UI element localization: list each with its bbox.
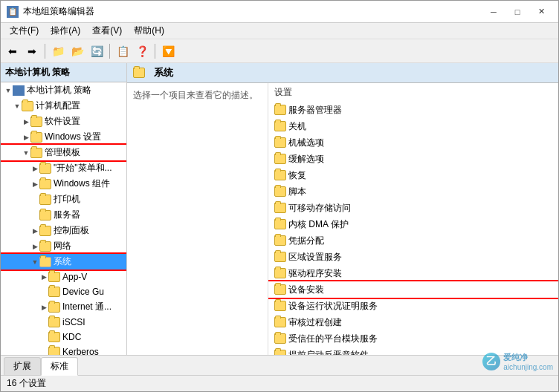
tree-item-internet[interactable]: ▶ Internet 通... <box>1 299 126 315</box>
folder-icon-recovery <box>274 170 286 180</box>
close-button[interactable]: ✕ <box>530 4 552 19</box>
label-regional-services: 区域设置服务 <box>288 251 342 264</box>
up-button[interactable]: 📂 <box>68 42 86 60</box>
item-audit[interactable]: 审核过程创建 <box>268 314 558 330</box>
folder-icon-device-gu <box>48 287 60 297</box>
label-internet: Internet 通... <box>62 301 112 313</box>
tree-item-iscsi[interactable]: ▶ iSCSI <box>1 315 126 330</box>
expander-control-panel[interactable]: ▶ <box>30 226 39 235</box>
folder-icon-network <box>39 241 51 252</box>
expander-system[interactable]: ▼ <box>30 258 39 267</box>
menu-view[interactable]: 查看(V) <box>86 23 128 39</box>
forward-button[interactable]: ➡ <box>23 42 41 60</box>
help-button[interactable]: ❓ <box>133 42 151 60</box>
tree-item-device-gu[interactable]: ▶ Device Gu <box>1 284 126 299</box>
item-driver-install[interactable]: 驱动程序安装 <box>268 265 558 281</box>
tree-content[interactable]: ▼ 本地计算机 策略 ▼ 计算机配置 ▶ 软件设置 <box>1 82 126 355</box>
item-machine-options[interactable]: 机械选项 <box>268 134 558 151</box>
label-kernel-dma: 内核 DMA 保护 <box>288 218 349 231</box>
tree-item-kdc[interactable]: ▶ KDC <box>1 330 126 344</box>
tree-item-local-policy[interactable]: ▼ 本地计算机 策略 <box>1 82 126 98</box>
item-regional-services[interactable]: 区域设置服务 <box>268 249 558 265</box>
expander-device-gu[interactable]: ▶ <box>39 287 48 296</box>
expander-kdc[interactable]: ▶ <box>39 333 48 342</box>
menu-action[interactable]: 操作(A) <box>45 23 86 39</box>
tab-extended[interactable]: 扩展 <box>4 357 41 375</box>
show-hide-button[interactable]: 📁 <box>49 42 67 60</box>
expander-network[interactable]: ▶ <box>30 242 39 251</box>
item-trusted-platform[interactable]: 受信任的平台模块服务 <box>268 330 558 347</box>
status-text: 16 个设置 <box>7 377 46 390</box>
label-device-install: 设备安装 <box>288 284 324 296</box>
label-system: 系统 <box>54 255 71 268</box>
expander-iscsi[interactable]: ▶ <box>39 318 48 327</box>
item-credential[interactable]: 凭据分配 <box>268 232 558 249</box>
label-mitigation-options: 缓解选项 <box>288 153 324 166</box>
folder-icon-software-settings <box>30 117 42 127</box>
folder-icon-regional-services <box>274 252 286 262</box>
title-bar-left: 📋 本地组策略编辑器 <box>7 5 94 18</box>
expander-internet[interactable]: ▶ <box>39 303 48 312</box>
tree-item-start-menu[interactable]: ▶ "开始"菜单和... <box>1 160 126 176</box>
item-scripts[interactable]: 脚本 <box>268 183 558 200</box>
expander-computer-config[interactable]: ▼ <box>13 102 22 111</box>
right-header: 系统 <box>127 63 558 83</box>
toolbar-sep-1 <box>45 44 45 59</box>
expander-admin-templates[interactable]: ▼ <box>22 148 30 157</box>
tree-item-appv[interactable]: ▶ App-V <box>1 270 126 284</box>
tree-item-server[interactable]: ▶ 服务器 <box>1 207 126 223</box>
item-recovery[interactable]: 恢复 <box>268 167 558 183</box>
tree-item-admin-templates[interactable]: ▼ 管理模板 <box>1 145 126 160</box>
item-device-install[interactable]: 设备安装 <box>268 281 558 298</box>
item-mitigation-options[interactable]: 缓解选项 <box>268 151 558 167</box>
filter-button[interactable]: 🔽 <box>159 42 177 60</box>
expander-appv[interactable]: ▶ <box>39 272 48 281</box>
computer-icon <box>13 85 25 96</box>
tree-item-software-settings[interactable]: ▶ 软件设置 <box>1 114 126 129</box>
expander-software-settings[interactable]: ▶ <box>22 117 30 126</box>
items-section-header: 设置 <box>268 83 558 102</box>
folder-icon-iscsi <box>48 317 60 327</box>
expander-printer[interactable]: ▶ <box>30 195 39 204</box>
tree-item-control-panel[interactable]: ▶ 控制面板 <box>1 223 126 238</box>
item-kernel-dma[interactable]: 内核 DMA 保护 <box>268 216 558 232</box>
refresh-button[interactable]: 🔄 <box>88 42 106 60</box>
back-button[interactable]: ⬅ <box>4 42 22 60</box>
item-removable-storage[interactable]: 可移动存储访问 <box>268 200 558 216</box>
toolbar-sep-2 <box>109 44 110 59</box>
tree-item-system[interactable]: ▼ 系统 <box>1 254 126 270</box>
maximize-button[interactable]: □ <box>506 4 529 19</box>
expander-local-policy[interactable]: ▼ <box>4 86 13 95</box>
folder-icon-scripts <box>274 186 286 197</box>
item-shutdown[interactable]: 关机 <box>268 118 558 134</box>
label-network: 网络 <box>54 240 71 252</box>
expander-kerberos[interactable]: ▶ <box>39 347 48 355</box>
tree-panel: 本地计算机 策略 ▼ 本地计算机 策略 ▼ 计算机配置 <box>1 63 127 355</box>
expander-server[interactable]: ▶ <box>30 211 39 220</box>
tab-standard[interactable]: 标准 <box>41 357 78 376</box>
menu-help[interactable]: 帮助(H) <box>128 23 170 39</box>
label-credential: 凭据分配 <box>288 235 324 247</box>
tree-item-windows-settings[interactable]: ▶ Windows 设置 <box>1 129 126 145</box>
expander-windows-settings[interactable]: ▶ <box>22 133 30 142</box>
tree-item-kerberos[interactable]: ▶ Kerberos <box>1 344 126 355</box>
folder-icon-driver-install <box>274 268 286 278</box>
item-early-launch[interactable]: 提前启动反恶意软件 <box>268 347 558 355</box>
item-server-manager[interactable]: 服务器管理器 <box>268 102 558 118</box>
minimize-button[interactable]: ─ <box>482 4 505 19</box>
properties-button[interactable]: 📋 <box>114 42 132 60</box>
menu-file[interactable]: 文件(F) <box>4 23 45 39</box>
label-control-panel: 控制面板 <box>54 224 89 237</box>
expander-windows-components[interactable]: ▶ <box>30 180 39 189</box>
tree-item-windows-components[interactable]: ▶ Windows 组件 <box>1 176 126 192</box>
tree-item-computer-config[interactable]: ▼ 计算机配置 <box>1 98 126 114</box>
label-kdc: KDC <box>62 332 81 342</box>
label-admin-templates: 管理模板 <box>45 146 80 159</box>
tree-item-printer[interactable]: ▶ 打印机 <box>1 192 126 207</box>
items-panel[interactable]: 设置 服务器管理器 关机 机械选项 <box>268 83 558 355</box>
label-computer-config: 计算机配置 <box>36 99 80 112</box>
expander-start-menu[interactable]: ▶ <box>30 164 39 173</box>
tree-item-network[interactable]: ▶ 网络 <box>1 238 126 254</box>
item-device-health[interactable]: 设备运行状况证明服务 <box>268 298 558 314</box>
description-panel: 选择一个项目来查看它的描述。 <box>127 83 268 355</box>
